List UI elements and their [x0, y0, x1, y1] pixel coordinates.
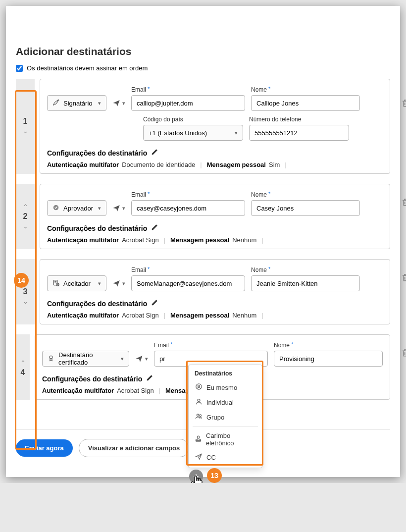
- divider: |: [164, 236, 165, 244]
- chevron-down-icon: ▾: [122, 280, 125, 287]
- phone-input[interactable]: [249, 125, 349, 141]
- order-down-icon[interactable]: ⌄: [23, 221, 28, 231]
- recipient-block: 1 ⌄ Signatário ▾ ▾ Email *: [16, 79, 390, 174]
- edit-icon[interactable]: [146, 374, 153, 383]
- name-input[interactable]: [251, 200, 360, 216]
- recipients-container: 1 ⌄ Signatário ▾ ▾ Email *: [16, 79, 390, 400]
- sign-in-order-row: Os destinatários devem assinar em ordem: [16, 64, 390, 72]
- email-label: Email *: [131, 86, 245, 93]
- chevron-down-icon: ▾: [121, 356, 124, 362]
- order-number: 3: [23, 287, 28, 296]
- phone-label: Número do telefone: [249, 116, 349, 123]
- delete-recipient-button[interactable]: [401, 348, 406, 360]
- delivery-method-button[interactable]: ▾: [112, 275, 125, 291]
- sign-in-order-checkbox[interactable]: [16, 65, 23, 72]
- msg-value: Sim: [269, 161, 280, 168]
- order-number: 1: [23, 117, 28, 126]
- role-label: Aceitador: [63, 280, 91, 287]
- role-icon: [52, 279, 59, 288]
- edit-icon[interactable]: [151, 149, 158, 157]
- auth-value: Documento de identidade: [122, 161, 195, 168]
- preview-fields-button[interactable]: Visualizar e adicionar campos: [79, 439, 189, 457]
- chevron-down-icon: ▾: [98, 280, 101, 287]
- delete-recipient-button[interactable]: [401, 273, 406, 284]
- config-label: Configurações do destinatário: [47, 149, 147, 157]
- msg-label: Mensagem pessoal: [170, 312, 229, 319]
- auth-value: Acrobat Sign: [122, 312, 158, 319]
- popup-item[interactable]: Eu mesmo: [189, 380, 262, 395]
- popup-item-label: CC: [206, 454, 216, 461]
- msg-value: Nenhum: [232, 236, 256, 244]
- auth-value: Acrobat Sign: [122, 236, 158, 244]
- email-input[interactable]: [131, 200, 245, 216]
- popup-item[interactable]: CC: [189, 450, 262, 465]
- svg-point-3: [50, 356, 52, 359]
- popup-item-label: Individual: [206, 399, 234, 406]
- name-input[interactable]: [251, 95, 360, 111]
- config-label: Configurações do destinatário: [42, 375, 142, 383]
- role-icon: [52, 99, 59, 107]
- delete-recipient-button[interactable]: [401, 99, 406, 110]
- email-input[interactable]: [131, 95, 245, 111]
- order-down-icon[interactable]: ⌄: [23, 296, 28, 307]
- popup-item-label: Grupo: [206, 414, 224, 421]
- email-input[interactable]: [131, 275, 245, 291]
- edit-icon[interactable]: [151, 224, 158, 232]
- order-down-icon[interactable]: ⌄: [23, 126, 28, 136]
- msg-label: Mensagem pessoal: [207, 161, 266, 168]
- chevron-down-icon: ▾: [145, 356, 148, 362]
- order-column: ⌃ 4: [16, 334, 30, 400]
- chevron-down-icon: ▾: [98, 205, 101, 212]
- role-select[interactable]: Destinatário certificado ▾: [42, 351, 129, 367]
- recipient-card: Aceitador ▾ ▾ Email * Nome * Config: [40, 259, 390, 324]
- country-select[interactable]: +1 (Estados Unidos) ▾: [143, 125, 243, 141]
- popup-item[interactable]: Grupo: [189, 410, 262, 425]
- role-label: Destinatário certificado: [58, 351, 117, 366]
- chevron-down-icon: ▾: [122, 205, 125, 212]
- popup-title: Destinatários: [189, 368, 262, 380]
- svg-point-6: [198, 399, 200, 402]
- user-circle-icon: [195, 383, 203, 392]
- config-label: Configurações do destinatário: [47, 224, 147, 232]
- add-recipient-popup: Destinatários Eu mesmoIndividualGrupo Ca…: [188, 365, 262, 468]
- popup-item[interactable]: Individual: [189, 395, 262, 410]
- msg-label: Mensagem pessoal: [170, 236, 229, 244]
- name-label: Nome *: [274, 342, 383, 349]
- add-recipient-button[interactable]: +: [189, 470, 203, 483]
- role-select[interactable]: Aceitador ▾: [47, 275, 106, 291]
- role-select[interactable]: Signatário ▾: [47, 95, 106, 111]
- svg-point-8: [199, 415, 201, 417]
- name-input[interactable]: [251, 275, 360, 291]
- auth-label: Autenticação multifator: [42, 387, 114, 394]
- order-up-icon[interactable]: ⌃: [20, 358, 26, 368]
- callout-badge-14: 14: [14, 273, 29, 288]
- svg-point-5: [198, 385, 200, 387]
- paper-plane-icon: [112, 204, 120, 212]
- divider: |: [261, 312, 263, 319]
- role-select[interactable]: Aprovador ▾: [47, 200, 106, 216]
- auth-label: Autenticação multifator: [47, 161, 119, 168]
- name-input[interactable]: [274, 351, 383, 367]
- auth-label: Autenticação multifator: [47, 236, 119, 244]
- delivery-method-button[interactable]: ▾: [135, 351, 148, 367]
- divider: |: [285, 161, 286, 168]
- send-now-button[interactable]: Enviar agora: [16, 439, 73, 457]
- popup-item-label: Eu mesmo: [206, 384, 237, 391]
- delete-recipient-button[interactable]: [401, 198, 406, 209]
- auth-value: Acrobat Sign: [117, 387, 153, 394]
- auth-label: Autenticação multifator: [47, 312, 119, 319]
- country-value: +1 (Estados Unidos): [149, 129, 207, 137]
- delivery-method-button[interactable]: ▾: [112, 95, 125, 111]
- popup-item-label: Carimbo eletrônico: [206, 432, 256, 447]
- role-label: Aprovador: [63, 205, 93, 212]
- users-icon: [195, 413, 203, 422]
- order-up-icon[interactable]: ⌃: [23, 202, 28, 212]
- country-label: Código do país: [143, 116, 243, 123]
- delivery-method-button[interactable]: ▾: [112, 200, 125, 216]
- name-label: Nome *: [251, 86, 360, 93]
- callout-badge-13: 13: [207, 468, 222, 483]
- popup-item[interactable]: Carimbo eletrônico: [189, 429, 262, 450]
- divider: |: [200, 161, 202, 168]
- svg-point-9: [197, 436, 199, 438]
- edit-icon[interactable]: [151, 299, 158, 308]
